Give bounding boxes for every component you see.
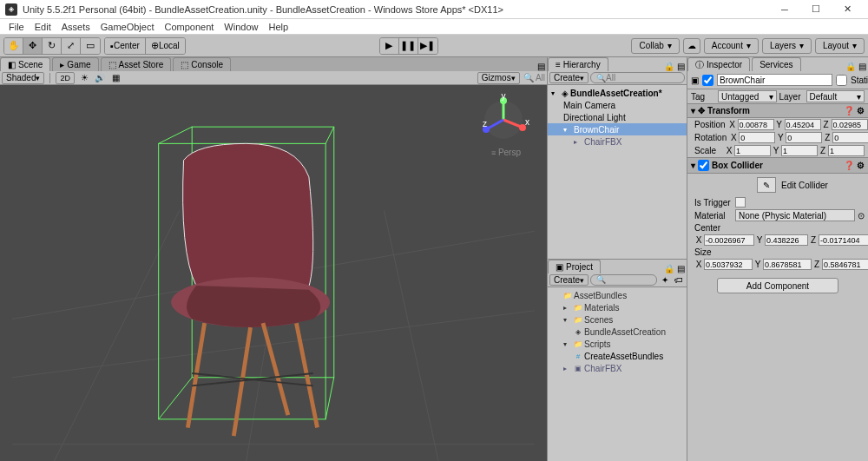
tab-hierarchy[interactable]: ≡ Hierarchy [548,57,608,71]
shading-mode-dropdown[interactable]: Shaded ▾ [2,72,44,84]
boxcollider-help-icon[interactable]: ❓ [844,161,854,170]
boxcollider-component-header[interactable]: ▾ Box Collider ❓ ⚙ [687,157,868,174]
tab-scene[interactable]: ◧Scene [0,57,50,71]
local-space-button[interactable]: ⊕ Local [146,38,185,54]
hierarchy-create-dropdown[interactable]: Create ▾ [549,72,589,83]
tab-asset-store[interactable]: ⬚Asset Store [101,57,172,71]
close-button[interactable]: ✕ [832,0,863,19]
istrigger-checkbox[interactable] [735,197,746,207]
physic-material-field[interactable]: None (Physic Material) [735,209,855,221]
tag-dropdown[interactable]: Untagged▾ [718,90,777,102]
menu-file[interactable]: File [3,20,30,34]
play-button[interactable]: ▶ [380,38,399,54]
gameobject-active-checkbox[interactable] [702,75,713,86]
svg-line-3 [54,210,179,461]
center-y-input[interactable] [765,234,808,246]
project-folder-scripts[interactable]: ▾📁Scripts [548,338,687,350]
material-picker-icon[interactable]: ⊙ [858,211,865,221]
tab-inspector[interactable]: ⓘ Inspector [687,57,750,71]
menu-edit[interactable]: Edit [30,20,56,34]
project-scene-bundleassetcreation[interactable]: ◈BundleAssetCreation [548,326,687,338]
menu-gameobject[interactable]: GameObject [95,20,160,34]
scale-y-input[interactable] [781,145,818,156]
size-x-input[interactable] [704,259,753,270]
size-z-input[interactable] [822,259,868,270]
center-pivot-button[interactable]: ▪ Center [105,38,146,54]
tab-services[interactable]: Services [752,57,800,71]
lighting-toggle-icon[interactable]: ☀ [78,72,90,84]
transform-gear-icon[interactable]: ⚙ [857,106,865,115]
tab-console[interactable]: ⬚Console [173,57,231,71]
inspector-lock-icon[interactable]: 🔒 ▤ [845,62,868,71]
project-folder-scenes[interactable]: ▾📁Scenes [548,313,687,326]
menu-component[interactable]: Component [159,20,219,34]
2d-toggle[interactable]: 2D [56,72,75,84]
gizmos-dropdown[interactable]: Gizmos ▾ [477,72,520,84]
project-prefab-chairfbx[interactable]: ▸▣ChairFBX [548,362,687,374]
boxcollider-enabled-checkbox[interactable] [698,160,709,171]
hierarchy-item-chairfbx[interactable]: ▸ChairFBX [548,135,687,148]
audio-toggle-icon[interactable]: 🔊 [94,72,106,84]
add-component-button[interactable]: Add Component [717,278,838,293]
project-filter-icon[interactable]: ✦ [659,275,671,285]
gameobject-name-input[interactable] [717,74,832,86]
static-checkbox[interactable] [836,75,847,86]
transform-component-header[interactable]: ▾✥ Transform ❓ ⚙ [687,103,868,118]
project-create-dropdown[interactable]: Create ▾ [549,274,589,286]
maximize-button[interactable]: ☐ [800,0,832,19]
tab-project[interactable]: ▣ Project [548,260,601,273]
rotation-z-input[interactable] [832,132,868,143]
hierarchy-search-input[interactable]: 🔍All [590,72,685,83]
hierarchy-lock-icon[interactable]: 🔒 ▤ [664,62,687,71]
hierarchy-item-main-camera[interactable]: Main Camera [548,99,687,111]
tab-menu-icon[interactable]: ▤ [537,62,547,71]
center-z-input[interactable] [819,234,868,246]
scale-x-input[interactable] [734,145,771,156]
perspective-label[interactable]: ≡ Persp [491,148,521,157]
layer-dropdown[interactable]: Default▾ [806,90,865,102]
hierarchy-scene-root[interactable]: ▾◈ BundleAssetCreation* [548,87,687,99]
tab-game[interactable]: ▸Game [52,57,98,71]
center-x-input[interactable] [704,234,754,246]
scale-tool[interactable]: ⤢ [62,38,81,54]
menu-window[interactable]: Window [219,20,263,34]
move-tool[interactable]: ✥ [23,38,43,54]
rotation-x-input[interactable] [739,132,775,143]
project-search-input[interactable]: 🔍 [590,274,657,286]
rotation-y-input[interactable] [786,132,822,143]
menu-help[interactable]: Help [263,20,293,34]
step-button[interactable]: ▶❚ [418,38,437,54]
layers-dropdown[interactable]: Layers ▾ [762,38,812,54]
scene-viewport[interactable]: y x z ≡ Persp [0,85,547,461]
fx-toggle-icon[interactable]: ▦ [109,72,122,84]
project-script-createassetbundles[interactable]: #CreateAssetBundles [548,350,687,362]
cloud-button[interactable]: ☁ [683,38,700,54]
project-folder-materials[interactable]: ▸📁Materials [548,301,687,313]
position-x-input[interactable] [738,119,774,130]
layout-dropdown[interactable]: Layout ▾ [815,38,865,54]
hierarchy-item-brownchair[interactable]: ▾BrownChair [548,123,687,135]
rect-tool[interactable]: ▭ [81,38,100,54]
scale-z-input[interactable] [828,145,865,156]
project-label-icon[interactable]: 🏷 [673,275,685,285]
position-z-input[interactable] [832,119,868,130]
account-dropdown[interactable]: Account ▾ [704,38,759,54]
scene-search-input[interactable]: 🔍 All [523,73,545,82]
hand-tool[interactable]: ✋ [4,38,23,54]
transform-help-icon[interactable]: ❓ [844,106,854,115]
menu-assets[interactable]: Assets [56,20,95,34]
boxcollider-gear-icon[interactable]: ⚙ [857,161,865,170]
size-y-input[interactable] [763,259,812,270]
minimize-button[interactable]: ─ [769,0,800,19]
pivot-toggle-group: ▪ Center ⊕ Local [104,37,186,55]
hierarchy-item-directional-light[interactable]: Directional Light [548,111,687,123]
material-label: Material [691,211,733,221]
project-lock-icon[interactable]: 🔒 ▤ [664,264,687,273]
edit-collider-button[interactable]: ✎ [757,177,776,193]
rotate-tool[interactable]: ↻ [43,38,62,54]
project-folder-assetbundles[interactable]: 📁AssetBundles [548,289,687,301]
orientation-gizmo[interactable]: y x z [477,94,529,146]
position-y-input[interactable] [785,119,821,130]
pause-button[interactable]: ❚❚ [399,38,418,54]
collab-dropdown[interactable]: Collab ▾ [631,38,679,54]
